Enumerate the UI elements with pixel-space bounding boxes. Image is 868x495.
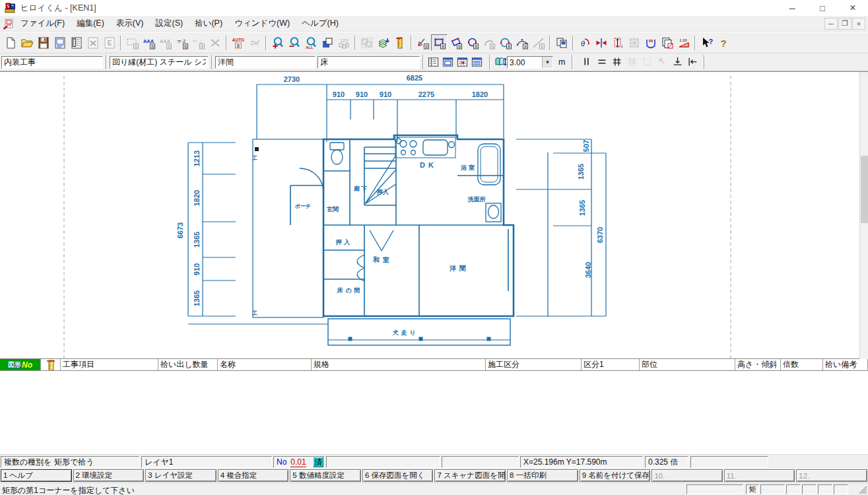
separator — [422, 55, 424, 69]
separator — [411, 36, 412, 50]
svg-text:押入: 押入 — [335, 239, 352, 246]
pick-diagonal-icon: B — [530, 34, 547, 51]
pick-line-icon[interactable]: B — [415, 34, 431, 51]
fkey-6-button[interactable]: 6 保存図面を開く — [362, 469, 434, 482]
snap-grid-icon[interactable] — [610, 55, 624, 69]
separator — [226, 36, 227, 50]
separator — [549, 36, 551, 50]
layer-stack-icon[interactable] — [375, 34, 391, 51]
minimize-icon[interactable]: ─ — [777, 0, 807, 16]
svg-text:浴室: 浴室 — [460, 164, 477, 171]
zoom-in-icon[interactable] — [269, 34, 286, 51]
menu-item-settings[interactable]: 設定(S) — [149, 16, 189, 31]
menu-item-edit[interactable]: 編集(E) — [71, 16, 110, 31]
annotate-text-icon[interactable]: AAAB — [141, 34, 157, 51]
arrows-lr-icon[interactable] — [593, 34, 609, 51]
fkey-2-button[interactable]: 2 環境設定 — [73, 469, 145, 482]
view-window-rows-icon[interactable] — [470, 55, 484, 69]
open-file-icon[interactable] — [18, 34, 35, 51]
resize-grip[interactable] — [859, 486, 867, 494]
height-set-icon[interactable]: i — [609, 34, 626, 51]
svg-text:ポーチ: ポーチ — [294, 203, 311, 209]
menu-item-file[interactable]: ファイル(F) — [15, 16, 71, 31]
construction-category-field[interactable] — [1, 56, 103, 69]
snap-x-axis-icon[interactable] — [686, 55, 700, 69]
svg-text:洋間: 洋間 — [449, 265, 469, 272]
save-file-icon[interactable] — [35, 34, 51, 51]
help-icon[interactable]: ? — [715, 34, 731, 51]
document-list-icon[interactable] — [68, 34, 84, 51]
pages-filter-icon[interactable] — [659, 34, 675, 51]
svg-text:B: B — [201, 44, 203, 48]
svg-text:2730: 2730 — [284, 75, 300, 83]
pick-shape-mode: 矩 — [746, 484, 759, 494]
zoom-fit-icon[interactable] — [319, 34, 335, 51]
new-file-icon[interactable] — [2, 34, 18, 51]
column-header-division1: 区分1 — [582, 359, 640, 370]
chevron-down-icon[interactable]: ▼ — [542, 57, 552, 68]
instruction-message: 矩形の第1コーナーを指定して下さい — [2, 485, 135, 495]
pick-polygon-icon[interactable]: B — [448, 34, 464, 51]
pickup-toolbar: 3.00 ▼ m — [0, 53, 868, 71]
slope-icon[interactable]: 1.001.0 — [675, 34, 692, 51]
view-window-grid-icon[interactable] — [455, 55, 469, 69]
snap-y-axis-icon[interactable] — [671, 55, 684, 69]
menu-item-view[interactable]: 表示(V) — [110, 16, 150, 31]
room-name-field[interactable] — [215, 56, 316, 69]
scrollbar-thumb[interactable] — [861, 156, 868, 223]
menu-item-window[interactable]: ウィンドウ(W) — [228, 16, 296, 31]
view-list-icon[interactable] — [426, 55, 440, 69]
ruler-icon[interactable] — [391, 34, 408, 51]
svg-text:工: 工 — [251, 310, 257, 316]
pick-rect-icon[interactable]: B — [431, 34, 448, 51]
snap-horizontal-icon[interactable] — [595, 55, 609, 69]
mdi-restore-icon[interactable]: ❐ — [838, 18, 851, 30]
height-value: 3.00 — [508, 57, 542, 68]
mdi-close-icon[interactable]: × — [852, 18, 865, 30]
print-preview-icon[interactable] — [51, 34, 68, 51]
svg-text:910: 910 — [356, 90, 368, 98]
part-name-field[interactable] — [317, 56, 420, 69]
fkey-8-button[interactable]: 8 一括印刷 — [507, 469, 578, 482]
mdi-minimize-icon[interactable]: ─ — [824, 18, 838, 30]
vertical-scrollbar[interactable] — [859, 72, 868, 359]
pick-circle-3p-icon[interactable]: B — [497, 34, 514, 51]
status-empty-1 — [326, 456, 440, 468]
svg-text:B: B — [425, 44, 428, 48]
fkey-3-button[interactable]: 3 レイヤ設定 — [145, 469, 217, 482]
pickup-grid-body[interactable] — [0, 371, 868, 454]
item-name-field[interactable] — [110, 56, 209, 69]
zoom-out-icon[interactable] — [286, 34, 302, 51]
svg-text:B: B — [168, 44, 170, 48]
view-window-icon[interactable] — [441, 55, 455, 69]
svg-text:m: m — [648, 38, 653, 44]
pick-arc-3p-icon[interactable]: B — [514, 34, 530, 51]
statusbar-empty-box — [686, 484, 743, 494]
snap-parallel-icon[interactable] — [580, 55, 593, 69]
context-help-icon[interactable]: ? — [698, 34, 715, 51]
menu-item-pickup[interactable]: 拾い(P) — [189, 16, 228, 31]
fkey-5-button[interactable]: 5 数値精度設定 — [290, 469, 361, 482]
auto-pick-icon[interactable]: AUTOB — [230, 34, 246, 51]
fkey-4-button[interactable]: 4 複合指定 — [218, 469, 289, 482]
annotate-mark-icon[interactable]: マ-2B — [174, 34, 190, 51]
height-book-icon[interactable] — [493, 55, 507, 69]
floor-plan[interactable]: 2730 6825 910 910 910 2275 1820 1213 182… — [0, 72, 859, 359]
zoom-all-icon[interactable]: ALL — [302, 34, 319, 51]
fkey-1-button[interactable]: 1 ヘルプ — [1, 469, 72, 482]
pick-circle-icon[interactable]: B — [464, 34, 481, 51]
angle-icon[interactable]: θ — [576, 34, 593, 51]
fkey-7-button[interactable]: 7 スキャナ図面を開く — [434, 469, 506, 482]
fkey-9-button[interactable]: 9 名前を付けて保存 — [580, 469, 651, 482]
menu-item-help[interactable]: ヘルプ(H) — [296, 16, 345, 31]
drawing-canvas[interactable]: 2730 6825 910 910 910 2275 1820 1213 182… — [0, 71, 868, 358]
svg-text:2275: 2275 — [418, 90, 434, 98]
close-icon[interactable]: × — [838, 0, 868, 16]
copy-pages-icon[interactable] — [553, 34, 570, 51]
annotate-mark-2-icon: マ-ぇB — [190, 34, 207, 51]
svg-text:6370: 6370 — [596, 227, 604, 243]
length-m-icon[interactable]: m — [642, 34, 659, 51]
height-combobox[interactable]: 3.00 ▼ — [507, 56, 553, 69]
maximize-icon[interactable]: □ — [807, 0, 838, 16]
svg-text:123: 123 — [340, 38, 348, 43]
